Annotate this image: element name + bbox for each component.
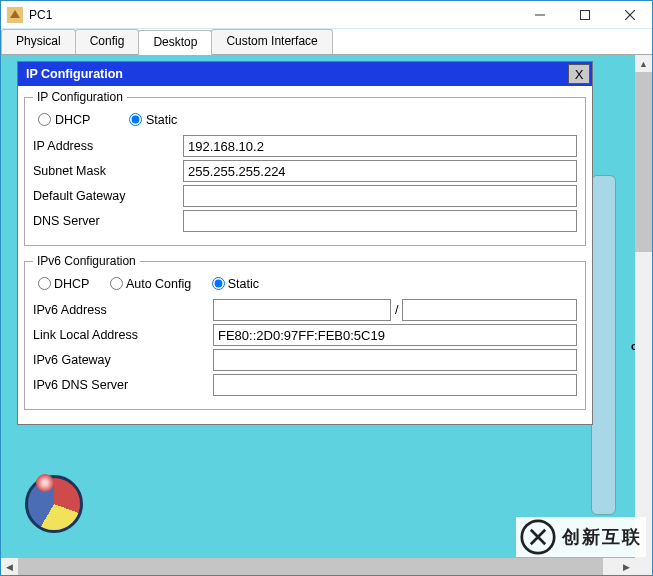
ipv6-prefix-input[interactable] bbox=[402, 299, 577, 321]
dialog-header: IP Configuration X bbox=[18, 62, 592, 86]
ipv6-autoconfig-radio[interactable] bbox=[110, 277, 123, 290]
app-icon bbox=[7, 7, 23, 23]
ipv4-legend: IP Configuration bbox=[33, 90, 127, 104]
default-gateway-label: Default Gateway bbox=[33, 189, 183, 203]
brand-watermark: 创新互联 bbox=[516, 517, 646, 557]
dialog-title: IP Configuration bbox=[26, 67, 123, 81]
main-window: PC1 Physical Config Desktop Custom Inter… bbox=[0, 0, 653, 576]
link-local-input[interactable] bbox=[213, 324, 577, 346]
scroll-up-arrow-icon[interactable]: ▲ bbox=[635, 55, 652, 72]
ip-configuration-dialog: IP Configuration X IP Configuration DHCP… bbox=[17, 61, 593, 425]
scroll-left-arrow-icon[interactable]: ◀ bbox=[1, 558, 18, 575]
scroll-right-arrow-icon[interactable]: ▶ bbox=[618, 558, 635, 575]
tab-physical[interactable]: Physical bbox=[1, 29, 76, 54]
ipv4-static-option[interactable]: Static bbox=[124, 113, 177, 127]
ipv6-autoconfig-option[interactable]: Auto Config bbox=[105, 277, 191, 291]
ipv4-dhcp-option[interactable]: DHCP bbox=[33, 113, 90, 127]
subnet-mask-label: Subnet Mask bbox=[33, 164, 183, 178]
default-gateway-input[interactable] bbox=[183, 185, 577, 207]
window-title: PC1 bbox=[29, 8, 517, 22]
ipv6-gateway-input[interactable] bbox=[213, 349, 577, 371]
ipv6-dhcp-radio[interactable] bbox=[38, 277, 51, 290]
ip-address-label: IP Address bbox=[33, 139, 183, 153]
tab-config[interactable]: Config bbox=[75, 29, 140, 54]
ipv6-dhcp-option[interactable]: DHCP bbox=[33, 277, 89, 291]
background-panel-fragment bbox=[591, 175, 616, 515]
ipv6-prefix-separator: / bbox=[391, 303, 402, 317]
scroll-corner bbox=[635, 558, 652, 575]
minimize-button[interactable] bbox=[517, 1, 562, 29]
ipv4-group: IP Configuration DHCP Static IP Address … bbox=[24, 90, 586, 246]
desktop-icon-ipconfig[interactable] bbox=[25, 475, 83, 533]
horizontal-scrollbar[interactable]: ◀ ▶ bbox=[1, 558, 635, 575]
maximize-button[interactable] bbox=[562, 1, 607, 29]
dns-server-label: DNS Server bbox=[33, 214, 183, 228]
ipv6-static-option[interactable]: Static bbox=[207, 277, 259, 291]
subnet-mask-input[interactable] bbox=[183, 160, 577, 182]
ipv6-dns-input[interactable] bbox=[213, 374, 577, 396]
tab-custom-interface[interactable]: Custom Interface bbox=[211, 29, 332, 54]
piechart-icon bbox=[25, 475, 83, 533]
ipv6-dns-label: IPv6 DNS Server bbox=[33, 378, 213, 392]
close-button[interactable] bbox=[607, 1, 652, 29]
link-local-label: Link Local Address bbox=[33, 328, 213, 342]
ipv6-static-radio[interactable] bbox=[212, 277, 225, 290]
desktop-area: or IP Configuration X IP Configuration D… bbox=[1, 55, 652, 575]
vertical-scrollbar[interactable]: ▲ ▼ bbox=[635, 55, 652, 575]
brand-logo-icon bbox=[520, 519, 556, 555]
ip-address-input[interactable] bbox=[183, 135, 577, 157]
ipv6-gateway-label: IPv6 Gateway bbox=[33, 353, 213, 367]
tab-bar: Physical Config Desktop Custom Interface bbox=[1, 29, 652, 55]
brand-text: 创新互联 bbox=[562, 525, 642, 549]
dialog-close-button[interactable]: X bbox=[568, 64, 590, 84]
tab-desktop[interactable]: Desktop bbox=[138, 30, 212, 55]
ipv6-group: IPv6 Configuration DHCP Auto Config Stat… bbox=[24, 254, 586, 410]
scroll-thumb-vertical[interactable] bbox=[635, 72, 652, 252]
ipv4-dhcp-radio[interactable] bbox=[38, 113, 51, 126]
ipv6-legend: IPv6 Configuration bbox=[33, 254, 140, 268]
ipv6-address-label: IPv6 Address bbox=[33, 303, 213, 317]
titlebar: PC1 bbox=[1, 1, 652, 29]
scroll-thumb-horizontal[interactable] bbox=[18, 558, 603, 575]
ipv6-address-input[interactable] bbox=[213, 299, 391, 321]
ipv4-static-radio[interactable] bbox=[129, 113, 142, 126]
svg-rect-2 bbox=[580, 10, 589, 19]
dns-server-input[interactable] bbox=[183, 210, 577, 232]
